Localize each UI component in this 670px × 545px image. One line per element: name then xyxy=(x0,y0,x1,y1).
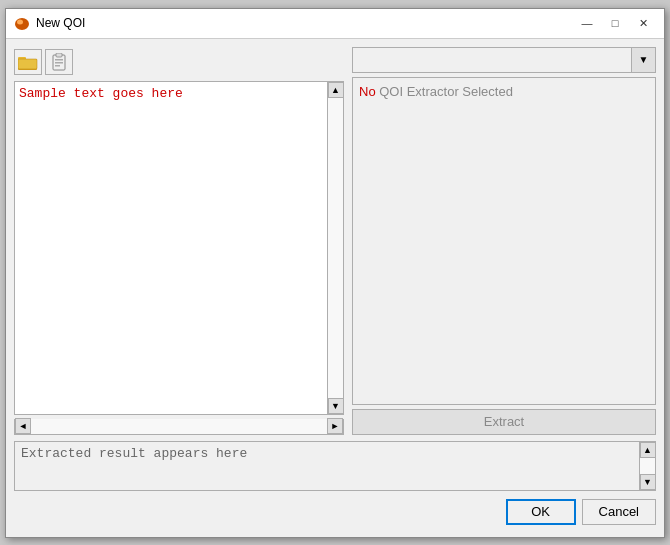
window-title: New QOI xyxy=(36,16,85,30)
horizontal-scrollbar[interactable]: ◄ ► xyxy=(14,419,344,435)
top-section: ▲ ▼ ◄ ► ▼ xyxy=(14,47,656,435)
svg-rect-8 xyxy=(55,62,63,64)
scroll-left-arrow[interactable]: ◄ xyxy=(15,418,31,434)
vertical-scrollbar[interactable]: ▲ ▼ xyxy=(327,82,343,414)
bottom-section: ▲ ▼ OK Cancel xyxy=(14,441,656,529)
action-bar: OK Cancel xyxy=(14,497,656,529)
result-scroll-up[interactable]: ▲ xyxy=(640,442,656,458)
close-button[interactable]: ✕ xyxy=(630,12,656,34)
minimize-button[interactable]: — xyxy=(574,12,600,34)
scroll-up-arrow[interactable]: ▲ xyxy=(328,82,344,98)
right-panel: ▼ No QOI Extractor Selected Extract xyxy=(352,47,656,435)
scroll-track-h[interactable] xyxy=(31,419,327,434)
scroll-right-arrow[interactable]: ► xyxy=(327,418,343,434)
extractor-dropdown[interactable] xyxy=(352,47,632,73)
ok-button[interactable]: OK xyxy=(506,499,576,525)
svg-rect-7 xyxy=(55,59,63,61)
dropdown-arrow-icon[interactable]: ▼ xyxy=(632,47,656,73)
result-textarea[interactable] xyxy=(15,442,639,490)
svg-rect-6 xyxy=(56,53,62,57)
svg-rect-4 xyxy=(18,59,37,69)
result-scrollbar[interactable]: ▲ ▼ xyxy=(639,442,655,490)
folder-icon xyxy=(18,54,38,70)
title-left: New QOI xyxy=(14,15,85,31)
cancel-button[interactable]: Cancel xyxy=(582,499,656,525)
title-bar: New QOI — □ ✕ xyxy=(6,9,664,39)
clipboard-icon xyxy=(51,53,67,71)
maximize-button[interactable]: □ xyxy=(602,12,628,34)
extract-button[interactable]: Extract xyxy=(352,409,656,435)
scroll-down-arrow[interactable]: ▼ xyxy=(328,398,344,414)
svg-rect-9 xyxy=(55,65,60,67)
sample-text-input[interactable] xyxy=(15,82,327,414)
result-area-container: ▲ ▼ xyxy=(14,441,656,491)
left-panel: ▲ ▼ ◄ ► xyxy=(14,47,344,435)
main-window: New QOI — □ ✕ xyxy=(5,8,665,538)
result-scroll-down[interactable]: ▼ xyxy=(640,474,656,490)
qoi-extractor-text: QOI Extractor Selected xyxy=(379,84,513,99)
svg-point-1 xyxy=(17,20,23,25)
scroll-track-v[interactable] xyxy=(328,98,343,398)
dropdown-container: ▼ xyxy=(352,47,656,73)
svg-point-0 xyxy=(15,18,29,30)
no-text: No xyxy=(359,84,376,99)
no-extractor-text: No QOI Extractor Selected xyxy=(359,84,513,99)
app-icon xyxy=(14,15,30,31)
text-input-container: ▲ ▼ xyxy=(14,81,344,415)
toolbar xyxy=(14,47,344,77)
open-file-button[interactable] xyxy=(14,49,42,75)
extractor-panel: No QOI Extractor Selected xyxy=(352,77,656,405)
paste-button[interactable] xyxy=(45,49,73,75)
result-scroll-track[interactable] xyxy=(640,458,655,474)
title-controls: — □ ✕ xyxy=(574,12,656,34)
main-content: ▲ ▼ ◄ ► ▼ xyxy=(6,39,664,537)
